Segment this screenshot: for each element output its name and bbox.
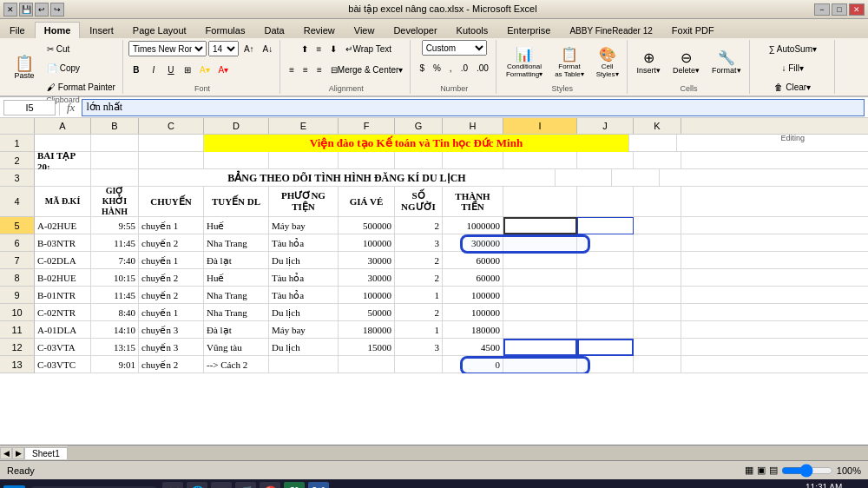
cell-J2[interactable] [577,152,634,169]
tab-home[interactable]: Home [35,22,81,38]
cell-E5[interactable]: Máy bay [269,217,339,234]
cell-D6[interactable]: Nha Trang [204,234,269,252]
cell-B4[interactable]: GIỜ KHỞI HÀNH [91,187,139,216]
col-header-E[interactable]: E [269,118,339,134]
col-header-K[interactable]: K [634,118,681,134]
row-header-10[interactable]: 10 [0,304,35,321]
cell-F10[interactable]: 50000 [339,304,395,321]
fill-button[interactable]: ↓ Fill▾ [778,59,807,76]
cell-K4[interactable] [634,187,681,216]
cell-G9[interactable]: 1 [395,287,443,304]
cell-E8[interactable]: Tàu hỏa [269,269,339,287]
align-top-button[interactable]: ⬆ [298,40,312,57]
decrease-decimal-button[interactable]: .0 [457,59,471,76]
cell-D7[interactable]: Đà lạt [204,252,269,269]
col-header-J[interactable]: J [577,118,634,134]
decrease-font-button[interactable]: A↓ [260,40,277,57]
tab-review[interactable]: Review [294,22,345,38]
row-header-6[interactable]: 6 [0,234,35,252]
cell-F6[interactable]: 100000 [339,234,395,252]
cell-C4[interactable]: CHUYẾN [139,187,204,216]
cell-C3-merged[interactable]: BẢNG THEO DÕI TÌNH HÌNH ĐĂNG KÍ DU LỊCH [139,169,556,187]
cell-F8[interactable]: 30000 [339,269,395,287]
cell-I2[interactable] [503,152,577,169]
cell-D4[interactable]: TUYẾN DL [204,187,269,216]
cell-B12[interactable]: 13:15 [91,339,139,356]
cell-G12[interactable]: 3 [395,339,443,356]
cell-C2[interactable] [139,152,204,169]
cell-J5[interactable] [577,217,634,234]
cell-F7[interactable]: 30000 [339,252,395,269]
cell-B1[interactable] [91,135,139,152]
align-bottom-button[interactable]: ⬇ [326,40,340,57]
delete-button[interactable]: ⊖ Delete▾ [668,47,704,77]
cell-G11[interactable]: 1 [395,321,443,339]
cell-D10[interactable]: Nha Trang [204,304,269,321]
redo-icon[interactable]: ↪ [50,3,64,16]
undo-icon[interactable]: ↩ [35,3,49,16]
font-color-button[interactable]: A▾ [215,61,233,78]
cell-A2[interactable]: BÀI TẬP 20: [35,152,91,169]
font-size-select[interactable]: 14 [208,41,239,56]
row-header-5[interactable]: 5 [0,217,35,234]
row-header-9[interactable]: 9 [0,287,35,304]
cell-D2[interactable] [204,152,269,169]
start-button[interactable]: ⊞ [3,485,25,489]
sheet-prev-button[interactable]: ◀ [0,447,12,459]
cell-I6[interactable] [503,234,577,252]
underline-button[interactable]: U [163,61,179,78]
cell-J4[interactable] [577,187,634,216]
percent-button[interactable]: % [430,59,444,76]
cell-B6[interactable]: 11:45 [91,234,139,252]
cell-D9[interactable]: Nha Trang [204,287,269,304]
cell-E7[interactable]: Du lịch [269,252,339,269]
cell-I12[interactable] [503,339,577,356]
cell-I7[interactable] [503,252,577,269]
cell-C10[interactable]: chuyến 1 [139,304,204,321]
zoom-slider[interactable] [781,465,833,476]
fill-color-button[interactable]: A▾ [196,61,214,78]
page-break-icon[interactable]: ▤ [769,465,778,476]
font-name-select[interactable]: Times New Rom [128,41,207,56]
increase-decimal-button[interactable]: .00 [473,59,492,76]
cell-G6[interactable]: 3 [395,234,443,252]
taskbar-icon-app3[interactable]: 🔴 [260,482,280,488]
cell-D11[interactable]: Đà lạt [204,321,269,339]
cell-B2[interactable] [91,152,139,169]
col-header-H[interactable]: H [443,118,503,134]
layout-view-icon[interactable]: ▣ [757,465,766,476]
formula-input[interactable] [82,99,865,116]
tab-data[interactable]: Data [254,22,293,38]
border-button[interactable]: ⊞ [181,61,194,78]
cell-A3[interactable] [35,169,91,187]
cell-G4[interactable]: SỐ NGƯỜI [395,187,443,216]
row-header-2[interactable]: 2 [0,152,35,169]
taskbar-icon-excel[interactable]: X [284,482,305,488]
cell-F13[interactable] [339,356,395,373]
tab-file[interactable]: File [0,22,35,38]
row-header-13[interactable]: 13 [0,356,35,373]
cell-C11[interactable]: chuyến 3 [139,321,204,339]
cell-B9[interactable]: 11:45 [91,287,139,304]
cell-K7[interactable] [634,252,681,269]
cell-A5[interactable]: A-02HUE [35,217,91,234]
increase-font-button[interactable]: A↑ [240,40,258,57]
cell-C1[interactable] [139,135,204,152]
row-header-1[interactable]: 1 [0,135,35,152]
cell-B10[interactable]: 8:40 [91,304,139,321]
cell-I13[interactable] [503,356,577,373]
cell-H11[interactable]: 180000 [443,321,503,339]
cell-I11[interactable] [503,321,577,339]
tab-insert[interactable]: Insert [80,22,123,38]
cell-K5[interactable] [634,217,681,234]
cut-button[interactable]: ✂ Cut [43,40,119,57]
close-button[interactable]: ✕ [849,3,865,16]
tab-kutools[interactable]: Kutools [447,22,498,38]
cell-E2[interactable] [269,152,339,169]
format-as-table-button[interactable]: 📋 Formatas Table▾ [550,43,589,81]
cell-G7[interactable]: 2 [395,252,443,269]
cell-H10[interactable]: 100000 [443,304,503,321]
col-header-I[interactable]: I [503,118,577,134]
cell-G10[interactable]: 2 [395,304,443,321]
excel-icon[interactable]: ✕ [3,3,17,16]
